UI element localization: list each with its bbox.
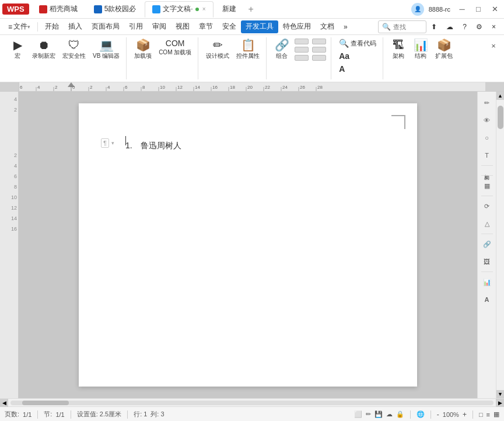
menu-yemian[interactable]: 页面布局 xyxy=(87,20,124,33)
status-sep-2 xyxy=(71,410,71,419)
zoom-in-button[interactable]: + xyxy=(463,410,467,419)
status-icon-cloud[interactable]: ☁ xyxy=(386,410,393,418)
rt-table-btn[interactable]: ▦ xyxy=(479,178,495,194)
rt-jiegou-label[interactable]: 架构 xyxy=(482,167,492,174)
rt-edit-btn[interactable]: ✏ xyxy=(479,95,495,111)
tab-daoke[interactable]: 稻壳商城 xyxy=(32,1,85,18)
status-icon-edit[interactable]: ✏ xyxy=(366,410,371,418)
combine-grid-2[interactable] xyxy=(295,47,309,53)
tab-close-wenzi[interactable]: × xyxy=(202,6,206,12)
menu-more[interactable]: » xyxy=(339,20,352,33)
settings-button[interactable]: ⚙ xyxy=(471,20,487,33)
rt-img-btn[interactable]: 🖼 xyxy=(479,253,495,270)
ribbon-btn-design[interactable]: ✏ 设计模式 xyxy=(203,37,232,62)
svg-text:20: 20 xyxy=(247,85,253,90)
ribbon-btn-vb[interactable]: 💻 VB 编辑器 xyxy=(90,37,123,62)
share-button[interactable]: ⬆ xyxy=(426,20,442,33)
aa-icon: Aa xyxy=(339,51,349,61)
ribbon-btn-viewcode[interactable]: 🔍 查看代码 xyxy=(336,37,379,49)
ribbon-btn-addins[interactable]: 📦 加载项 xyxy=(131,37,155,62)
combine-grid-1[interactable] xyxy=(295,39,309,44)
scroll-thumb[interactable] xyxy=(498,106,503,129)
rt-flow-btn[interactable]: ⟳ xyxy=(479,198,495,214)
minimize-button[interactable]: ─ xyxy=(455,2,469,16)
menu-anquan[interactable]: 安全 xyxy=(218,20,241,33)
lang-icon[interactable]: 🌐 xyxy=(416,410,425,418)
extpack-icon: 📦 xyxy=(437,39,452,51)
section-value: 1/1 xyxy=(55,411,64,418)
scroll-track[interactable] xyxy=(496,100,505,390)
ribbon-btn-aa[interactable]: Aa xyxy=(336,50,379,62)
combine-grid-4[interactable] xyxy=(312,39,326,44)
rt-shape-btn[interactable]: △ xyxy=(479,215,495,232)
combine-grid-3[interactable] xyxy=(295,55,309,61)
tab-add-button[interactable]: + xyxy=(245,4,257,15)
cloud-icon[interactable]: ☁ xyxy=(442,20,458,33)
ribbon-btn-struct[interactable]: 📊 结构 xyxy=(410,37,431,62)
ribbon-btn-extpack[interactable]: 📦 扩展包 xyxy=(432,37,456,62)
file-menu[interactable]: 文件 xyxy=(13,22,27,32)
ribbon-btn-a[interactable]: A xyxy=(336,63,379,75)
h-scroll-track[interactable] xyxy=(10,401,494,405)
combine-label: 组合 xyxy=(276,52,288,60)
zoom-out-button[interactable]: - xyxy=(437,410,439,419)
status-icon-lock[interactable]: 🔒 xyxy=(396,410,404,418)
menu-kaishi[interactable]: 开始 xyxy=(40,20,64,33)
close-button[interactable]: ✕ xyxy=(488,2,502,16)
ruler-mark-14: 14 xyxy=(0,213,17,224)
v-scrollbar[interactable]: ▲ ▼ xyxy=(496,92,504,398)
rt-text-btn[interactable]: T xyxy=(479,147,495,163)
svg-text:2: 2 xyxy=(90,85,93,90)
menu-tese[interactable]: 特色应用 xyxy=(278,20,316,33)
status-icon-1[interactable]: ⬜ xyxy=(354,410,362,418)
wps-logo[interactable]: WPS xyxy=(2,4,29,15)
ribbon-btn-props[interactable]: 📋 控件属性 xyxy=(233,37,262,62)
view-icon-2[interactable]: ≡ xyxy=(487,411,490,418)
rt-link-btn[interactable]: 🔗 xyxy=(479,236,495,252)
ribbon-btn-com[interactable]: COM COM 加载项 xyxy=(156,37,194,58)
ribbon-btn-macro[interactable]: ▶ 宏 xyxy=(7,37,28,62)
ribbon-close-button[interactable]: × xyxy=(487,20,501,33)
search-input[interactable] xyxy=(393,23,422,30)
view-icon-1[interactable]: □ xyxy=(479,411,483,418)
h-scrollbar[interactable]: ◀ ▶ xyxy=(0,398,504,406)
menu-kaifa[interactable]: 开发工具 xyxy=(241,20,278,33)
ribbon-btn-arch[interactable]: 🏗 架构 xyxy=(388,37,409,62)
maximize-button[interactable]: □ xyxy=(471,2,485,16)
rt-chart-btn[interactable]: 📊 xyxy=(479,274,495,290)
scroll-left-button[interactable]: ◀ xyxy=(0,399,8,407)
combine-grid-6[interactable] xyxy=(312,55,326,61)
para-icon[interactable]: ¶ xyxy=(101,138,109,148)
ribbon-btn-security[interactable]: 🛡 宏安全性 xyxy=(60,37,89,62)
com-icon: COM xyxy=(166,39,185,47)
menu-zhangjie[interactable]: 章节 xyxy=(194,20,218,33)
macro-icon: ▶ xyxy=(13,39,22,51)
para-dropdown[interactable]: ▾ xyxy=(111,140,114,146)
tab-dot-wenzi xyxy=(195,8,199,11)
tab-wenzi[interactable]: 文字文稿· × xyxy=(145,1,213,18)
scroll-down-button[interactable]: ▼ xyxy=(496,390,505,398)
rt-a-btn[interactable]: A xyxy=(479,291,495,308)
rt-circle-btn[interactable]: ○ xyxy=(479,130,495,146)
menu-shitu[interactable]: 视图 xyxy=(171,20,194,33)
menu-wendang[interactable]: 文档 xyxy=(316,20,339,33)
tab-xiaoyuan[interactable]: 5款校园必 xyxy=(86,1,144,18)
ribbon-collapse-button[interactable]: × xyxy=(487,39,501,53)
doc-page: 1. 鲁迅周树人 ¶ ▾ xyxy=(79,103,417,387)
scroll-right-button[interactable]: ▶ xyxy=(496,399,504,407)
help-button[interactable]: ? xyxy=(458,20,471,33)
menu-shenyue[interactable]: 审阅 xyxy=(148,20,171,33)
doc-content[interactable]: 1. 鲁迅周树人 xyxy=(125,141,388,151)
status-icon-save[interactable]: 💾 xyxy=(374,410,383,418)
rt-view-btn[interactable]: 👁 xyxy=(479,112,495,128)
view-icon-3[interactable]: ▦ xyxy=(494,410,499,418)
menu-yinyong[interactable]: 引用 xyxy=(124,20,148,33)
hamburger-menu[interactable]: ≡ 文件 ▾ xyxy=(4,20,35,33)
combine-grid-5[interactable] xyxy=(312,47,326,53)
scroll-up-button[interactable]: ▲ xyxy=(496,92,505,100)
menu-charu[interactable]: 插入 xyxy=(64,20,87,33)
tab-xinjian[interactable]: 新建 xyxy=(215,1,244,18)
ribbon-btn-record[interactable]: ⏺ 录制新宏 xyxy=(29,37,58,62)
ribbon-btn-combine[interactable]: 🔗 组合 xyxy=(271,37,292,62)
h-scroll-thumb[interactable] xyxy=(22,401,69,405)
